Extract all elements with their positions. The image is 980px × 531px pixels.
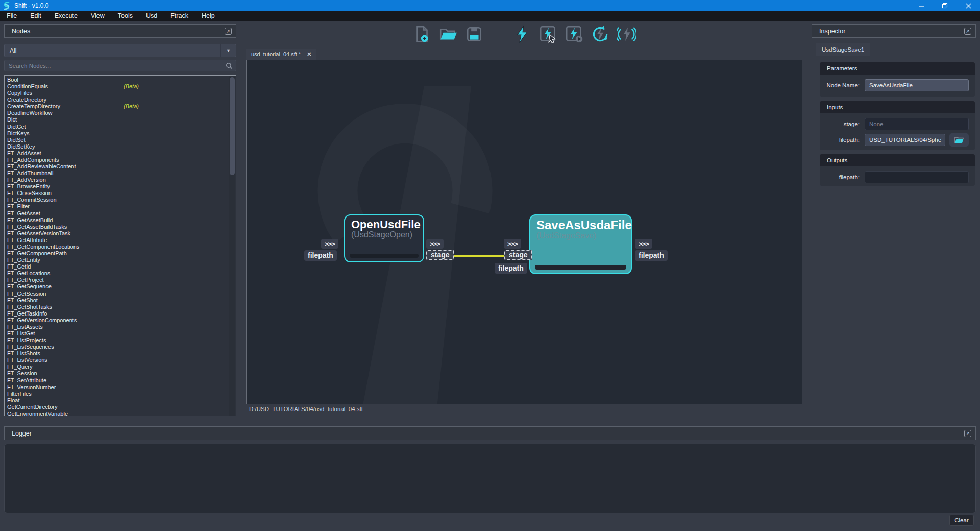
inspector-node-tab[interactable]: UsdStageSave1 — [816, 43, 870, 56]
list-item[interactable]: FT_AddAsset — [7, 150, 229, 157]
list-item[interactable]: FT_GetId — [7, 263, 229, 270]
browse-button[interactable] — [949, 133, 969, 147]
live-execute-button[interactable] — [617, 24, 636, 44]
list-item[interactable]: FT_VersionNumber — [7, 384, 229, 391]
list-item[interactable]: FT_GetComponentPath — [7, 250, 229, 257]
execute-graph-button[interactable] — [512, 24, 532, 44]
logger-output-area[interactable] — [4, 444, 976, 513]
list-item[interactable]: DictGet — [7, 124, 229, 130]
list-item[interactable]: DeadlineWorkflow — [7, 110, 229, 116]
port-in-filepath[interactable]: filepath — [495, 263, 527, 274]
execute-selected-button[interactable] — [538, 24, 558, 44]
connection-wire-stage[interactable] — [447, 255, 511, 257]
port-out-stage[interactable]: stage — [426, 250, 454, 260]
tab-close-icon[interactable]: ✕ — [307, 51, 311, 58]
close-button[interactable] — [957, 0, 980, 11]
undock-icon[interactable]: ↗ — [964, 28, 971, 35]
list-item[interactable]: FT_ListAssets — [7, 324, 229, 330]
port-in-stage[interactable]: stage — [504, 250, 532, 260]
port-out-filepath[interactable]: filepath — [635, 250, 668, 261]
list-item[interactable]: FT_ListShots — [7, 350, 229, 357]
port-in-flow[interactable]: >>> — [321, 239, 338, 249]
list-item[interactable]: FT_GetTaskInfo — [7, 310, 229, 317]
restore-button[interactable] — [933, 0, 957, 11]
menu-item[interactable]: View — [84, 11, 111, 21]
list-item[interactable]: DictKeys — [7, 130, 229, 137]
list-item[interactable]: FT_GetSession — [7, 291, 229, 297]
undock-icon[interactable]: ↗ — [964, 430, 971, 437]
refresh-execute-button[interactable] — [591, 24, 610, 44]
list-item[interactable]: FT_GetProject — [7, 277, 229, 283]
clear-logger-button[interactable]: Clear — [949, 515, 974, 526]
port-in-filepath[interactable]: filepath — [304, 250, 337, 261]
output-filepath-field[interactable] — [865, 171, 969, 183]
list-item[interactable]: FT_GetEntity — [7, 257, 229, 263]
list-item[interactable]: CreateDirectory — [7, 96, 229, 103]
menu-item[interactable]: Execute — [48, 11, 84, 21]
menu-item[interactable]: File — [0, 11, 23, 21]
list-item[interactable]: CopyFiles — [7, 90, 229, 96]
scrollbar-track[interactable] — [229, 76, 235, 416]
list-item[interactable]: FT_CloseSession — [7, 190, 229, 197]
new-file-button[interactable] — [412, 24, 432, 44]
menu-item[interactable]: Tools — [111, 11, 139, 21]
list-item[interactable]: FT_ListProjects — [7, 337, 229, 344]
graph-node-openusdfile[interactable]: OpenUsdFile (UsdStageOpen) — [344, 214, 424, 262]
list-item[interactable]: FilterFiles — [7, 391, 229, 397]
list-item[interactable]: FT_GetShotTasks — [7, 304, 229, 310]
list-item[interactable]: FT_AddReviewableContent — [7, 163, 229, 170]
list-item[interactable]: FT_GetLocations — [7, 270, 229, 277]
list-item[interactable]: FT_GetAttribute — [7, 237, 229, 244]
list-item[interactable]: Float — [7, 397, 229, 404]
graph-node-saveasusdafile[interactable]: SaveAsUsdaFile (UsdStageSave) — [529, 214, 632, 274]
port-out-flow[interactable]: >>> — [635, 239, 652, 249]
list-item[interactable]: FT_GetVersionComponents — [7, 317, 229, 324]
list-item[interactable]: FT_GetAssetBuild — [7, 217, 229, 224]
menu-item[interactable]: Usd — [139, 11, 164, 21]
list-item[interactable]: CreateTempDirectory (Beta) — [7, 103, 229, 110]
list-item[interactable]: FT_GetAsset — [7, 210, 229, 217]
list-item[interactable]: FT_Session — [7, 370, 229, 377]
list-item[interactable]: DictSetKey — [7, 143, 229, 150]
save-file-button[interactable] — [464, 24, 484, 44]
graph-tab[interactable]: usd_tutorial_04.sft * ✕ — [246, 49, 316, 60]
menu-item[interactable]: Help — [195, 11, 222, 21]
list-item[interactable]: FT_AddThumbnail — [7, 170, 229, 177]
list-item[interactable]: FT_GetComponentLocations — [7, 244, 229, 250]
list-item[interactable]: FT_GetSequence — [7, 283, 229, 290]
open-file-button[interactable] — [438, 24, 458, 44]
port-in-flow[interactable]: >>> — [504, 239, 521, 249]
scrollbar-thumb[interactable] — [230, 77, 235, 175]
list-item[interactable]: FT_ListVersions — [7, 357, 229, 364]
list-item[interactable]: GetCurrentDirectory — [7, 404, 229, 411]
port-out-flow[interactable]: >>> — [426, 239, 444, 249]
menu-item[interactable]: Ftrack — [164, 11, 195, 21]
list-item[interactable]: FT_CommitSession — [7, 197, 229, 203]
filepath-field[interactable] — [865, 134, 945, 146]
list-item[interactable]: GetEnvironmentVariable — [7, 411, 229, 416]
list-item[interactable]: FT_BrowseEntity — [7, 183, 229, 190]
list-item[interactable]: Bool — [7, 77, 229, 83]
undock-icon[interactable]: ↗ — [225, 28, 232, 35]
list-item[interactable]: FT_GetAssetVersionTask — [7, 230, 229, 237]
list-item[interactable]: ConditionEquals (Beta) — [7, 83, 229, 90]
search-input[interactable] — [5, 63, 223, 69]
execute-from-node-button[interactable] — [565, 24, 584, 44]
node-name-field[interactable] — [865, 79, 969, 91]
list-item[interactable]: FT_Query — [7, 364, 229, 370]
minimize-button[interactable] — [910, 0, 933, 11]
list-item[interactable]: DictSet — [7, 137, 229, 143]
list-item[interactable]: FT_AddComponents — [7, 157, 229, 163]
list-item[interactable]: Dict — [7, 116, 229, 123]
list-item[interactable]: FT_ListGet — [7, 330, 229, 337]
list-item[interactable]: FT_GetShot — [7, 297, 229, 304]
stage-field[interactable] — [865, 118, 969, 130]
list-item[interactable]: FT_GetAssetBuildTasks — [7, 224, 229, 230]
node-graph-canvas[interactable]: OpenUsdFile (UsdStageOpen) >>> filepath … — [246, 60, 802, 404]
list-item[interactable]: FT_SetAttribute — [7, 377, 229, 384]
list-item[interactable]: FT_AddVersion — [7, 177, 229, 183]
list-item[interactable]: FT_ListSequences — [7, 344, 229, 350]
node-filter-dropdown[interactable]: All ▼ — [4, 44, 236, 57]
list-item[interactable]: FT_Filter — [7, 203, 229, 210]
menu-item[interactable]: Edit — [23, 11, 48, 21]
